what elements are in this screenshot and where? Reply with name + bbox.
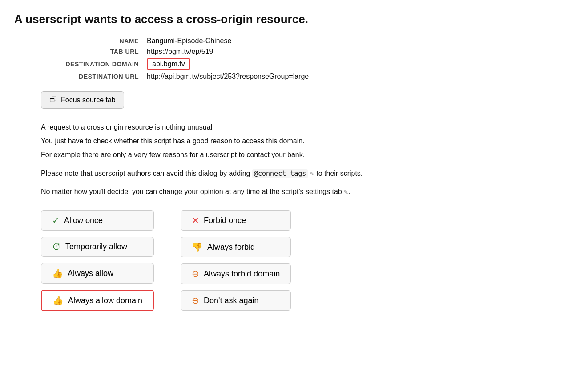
- allow-once-label: Allow once: [64, 216, 103, 225]
- focus-tab-icon: 🗗: [49, 95, 57, 105]
- focus-source-tab-label: Focus source tab: [61, 96, 116, 104]
- always-allow-domain-label: Always allow domain: [68, 296, 142, 305]
- dest-url-value: http://api.bgm.tv/subject/253?responseGr…: [147, 73, 309, 81]
- tab-url-label: TAB URL: [41, 48, 139, 55]
- dest-url-row: DESTINATION URL http://api.bgm.tv/subjec…: [41, 73, 574, 81]
- settings-link-icon: ✎: [344, 189, 348, 195]
- allow-once-icon: ✓: [52, 215, 60, 226]
- temporarily-allow-icon: ⏱: [52, 242, 61, 252]
- connect-link-icon: ✎: [310, 171, 314, 177]
- desc-line2: You just have to check whether this scri…: [41, 135, 508, 147]
- always-forbid-domain-label: Always forbid domain: [204, 269, 280, 279]
- forbid-once-icon: ✕: [192, 215, 199, 226]
- connect-tag: @connect tags: [252, 169, 308, 178]
- name-label: NAME: [41, 37, 139, 45]
- always-forbid-domain-icon: ⊖: [192, 268, 199, 279]
- desc-note2: No matter how you'll decide, you can cha…: [41, 186, 508, 198]
- temporarily-allow-label: Temporarily allow: [65, 242, 127, 251]
- desc-note: Please note that userscript authors can …: [41, 167, 508, 180]
- dest-domain-value: api.bgm.tv: [147, 58, 190, 70]
- allow-once-button[interactable]: ✓Allow once: [41, 210, 154, 231]
- name-row: NAME Bangumi-Episode-Chinese: [41, 37, 574, 45]
- focus-source-tab-button[interactable]: 🗗 Focus source tab: [41, 91, 124, 109]
- tab-url-row: TAB URL https://bgm.tv/ep/519: [41, 48, 574, 56]
- forbid-once-button[interactable]: ✕Forbid once: [181, 210, 291, 231]
- always-allow-icon: 👍: [52, 268, 63, 279]
- actions-container: ✓Allow once⏱Temporarily allow👍Always all…: [41, 210, 574, 311]
- desc-line3: For example there are only a very few re…: [41, 149, 508, 161]
- name-value: Bangumi-Episode-Chinese: [147, 37, 231, 45]
- always-allow-domain-icon: 👍: [52, 295, 64, 306]
- dest-url-label: DESTINATION URL: [41, 73, 139, 80]
- always-allow-label: Always allow: [68, 269, 113, 278]
- right-actions: ✕Forbid once👎Always forbid⊖Always forbid…: [181, 210, 291, 311]
- always-forbid-label: Always forbid: [207, 243, 255, 252]
- always-forbid-button[interactable]: 👎Always forbid: [181, 237, 291, 257]
- dont-ask-again-label: Don't ask again: [204, 296, 259, 305]
- info-table: NAME Bangumi-Episode-Chinese TAB URL htt…: [41, 37, 574, 81]
- always-forbid-icon: 👎: [192, 242, 203, 252]
- dest-domain-row: DESTINATION DOMAIN api.bgm.tv: [41, 58, 574, 70]
- temporarily-allow-button[interactable]: ⏱Temporarily allow: [41, 237, 154, 257]
- dont-ask-again-button[interactable]: ⊖Don't ask again: [181, 290, 291, 311]
- left-actions: ✓Allow once⏱Temporarily allow👍Always all…: [41, 210, 154, 311]
- dest-domain-label: DESTINATION DOMAIN: [41, 61, 139, 68]
- always-allow-domain-button[interactable]: 👍Always allow domain: [41, 290, 154, 311]
- forbid-once-label: Forbid once: [204, 216, 246, 225]
- always-allow-button[interactable]: 👍Always allow: [41, 263, 154, 284]
- description-block: A request to a cross origin resource is …: [41, 121, 508, 198]
- desc-line1: A request to a cross origin resource is …: [41, 121, 508, 133]
- dont-ask-again-icon: ⊖: [192, 295, 199, 306]
- page-title: A userscript wants to access a cross-ori…: [14, 12, 574, 26]
- always-forbid-domain-button[interactable]: ⊖Always forbid domain: [181, 263, 291, 284]
- tab-url-value: https://bgm.tv/ep/519: [147, 48, 213, 56]
